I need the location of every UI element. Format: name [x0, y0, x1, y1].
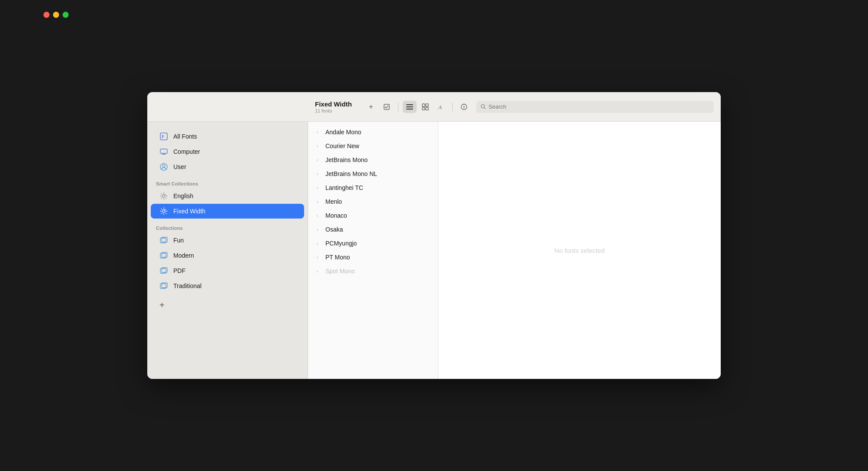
sidebar-collections-section: Collections Fun — [147, 222, 308, 293]
svg-point-11 — [464, 105, 464, 106]
pdf-collection-icon — [159, 266, 168, 275]
sidebar-item-traditional[interactable]: Traditional — [151, 279, 304, 293]
search-icon — [480, 104, 486, 109]
font-name: PT Mono — [325, 254, 350, 261]
chevron-icon: › — [317, 158, 322, 163]
sidebar-item-modern[interactable]: Modern — [151, 248, 304, 263]
checkmark-icon — [383, 103, 390, 110]
grid-view-icon — [422, 103, 429, 110]
svg-rect-4 — [422, 104, 425, 106]
chevron-icon: › — [317, 199, 322, 204]
modern-collection-icon — [159, 251, 168, 260]
preview-button[interactable]: A — [434, 101, 448, 113]
smart-collections-label: Smart Collections — [147, 178, 308, 188]
toolbar-separator-2 — [452, 103, 453, 111]
sidebar-top-section: F All Fonts Computer — [147, 129, 308, 174]
select-button[interactable] — [380, 101, 394, 113]
list-view-button[interactable] — [403, 101, 417, 113]
fixed-width-gear-icon — [159, 207, 168, 216]
info-icon — [461, 103, 467, 110]
svg-text:A: A — [438, 104, 442, 110]
sidebar-item-all-fonts[interactable]: F All Fonts — [151, 129, 304, 144]
font-item-jetbrains-mono-nl[interactable]: › JetBrains Mono NL — [308, 167, 438, 181]
font-item-menlo[interactable]: › Menlo — [308, 195, 438, 209]
pdf-label: PDF — [173, 267, 186, 274]
fun-label: Fun — [173, 237, 184, 244]
font-list-panel: › Andale Mono › Courier New › JetBrains … — [308, 122, 438, 379]
modern-label: Modern — [173, 252, 194, 259]
all-fonts-label: All Fonts — [173, 133, 197, 140]
font-name: Spot Mono — [325, 268, 355, 275]
font-name: Courier New — [325, 143, 359, 149]
collection-title: Fixed Width 11 fonts — [315, 100, 352, 113]
preview-panel: No fonts selected — [438, 122, 721, 379]
add-font-button[interactable]: + — [364, 101, 378, 113]
search-input[interactable] — [488, 103, 709, 110]
svg-rect-5 — [426, 104, 428, 106]
sidebar-item-computer[interactable]: Computer — [151, 144, 304, 159]
svg-point-22 — [162, 210, 165, 212]
font-name: Andale Mono — [325, 129, 361, 136]
add-collection-button[interactable]: + — [151, 297, 168, 314]
font-item-monaco[interactable]: › Monaco — [308, 209, 438, 222]
sidebar-item-user[interactable]: User — [151, 159, 304, 174]
font-name: JetBrains Mono — [325, 156, 368, 163]
font-name: Monaco — [325, 212, 347, 219]
computer-label: Computer — [173, 148, 200, 155]
svg-point-20 — [162, 165, 165, 167]
toolbar: Fixed Width 11 fonts + — [147, 92, 721, 122]
chevron-icon: › — [317, 255, 322, 260]
collection-name: Fixed Width — [315, 100, 352, 108]
font-item-andale-mono[interactable]: › Andale Mono — [308, 125, 438, 139]
english-label: English — [173, 192, 193, 199]
chevron-icon: › — [317, 227, 322, 232]
sidebar-item-pdf[interactable]: PDF — [151, 263, 304, 278]
font-item-pt-mono[interactable]: › PT Mono — [308, 250, 438, 264]
traditional-label: Traditional — [173, 282, 202, 289]
sidebar-item-fun[interactable]: Fun — [151, 233, 304, 248]
font-item-lantinghei-tc[interactable]: › Lantinghei TC — [308, 181, 438, 195]
font-name: Menlo — [325, 198, 342, 205]
svg-rect-16 — [160, 149, 167, 153]
app-window: Fixed Width 11 fonts + — [147, 92, 721, 379]
info-button[interactable] — [457, 101, 471, 113]
toolbar-main: Fixed Width 11 fonts + — [315, 100, 714, 113]
preview-icon: A — [437, 103, 444, 110]
svg-point-21 — [162, 195, 165, 197]
font-item-pcmyungjo[interactable]: › PCMyungjo — [308, 236, 438, 250]
sidebar-item-fixed-width[interactable]: Fixed Width — [151, 204, 304, 219]
all-fonts-icon: F — [159, 132, 168, 141]
chevron-icon: › — [317, 213, 322, 218]
chevron-icon: › — [317, 130, 322, 135]
font-item-courier-new[interactable]: › Courier New — [308, 139, 438, 153]
chevron-icon: › — [317, 269, 322, 274]
font-count: 11 fonts — [315, 108, 352, 113]
font-name: Lantinghei TC — [325, 184, 363, 191]
font-item-jetbrains-mono[interactable]: › JetBrains Mono — [308, 153, 438, 167]
toolbar-separator-1 — [398, 103, 398, 111]
chevron-icon: › — [317, 186, 322, 190]
computer-icon — [159, 147, 168, 156]
font-item-spot-mono[interactable]: › Spot Mono — [308, 264, 438, 278]
english-gear-icon — [159, 192, 168, 200]
traditional-collection-icon — [159, 282, 168, 290]
grid-view-button[interactable] — [418, 101, 432, 113]
sidebar-smart-collections-section: Smart Collections English — [147, 178, 308, 219]
svg-rect-6 — [422, 107, 425, 110]
sidebar: F All Fonts Computer — [147, 122, 308, 379]
collections-label: Collections — [147, 222, 308, 232]
chevron-icon: › — [317, 172, 322, 176]
chevron-icon: › — [317, 241, 322, 246]
font-name: PCMyungjo — [325, 240, 357, 247]
font-name: JetBrains Mono NL — [325, 170, 377, 177]
svg-rect-7 — [426, 107, 428, 110]
search-bar[interactable] — [476, 101, 714, 113]
fun-collection-icon — [159, 236, 168, 245]
list-view-icon — [406, 104, 414, 110]
svg-text:F: F — [162, 134, 165, 139]
chevron-icon: › — [317, 144, 322, 149]
sidebar-item-english[interactable]: English — [151, 189, 304, 203]
font-item-osaka[interactable]: › Osaka — [308, 222, 438, 236]
content-area: F All Fonts Computer — [147, 122, 721, 379]
user-icon — [159, 163, 168, 171]
